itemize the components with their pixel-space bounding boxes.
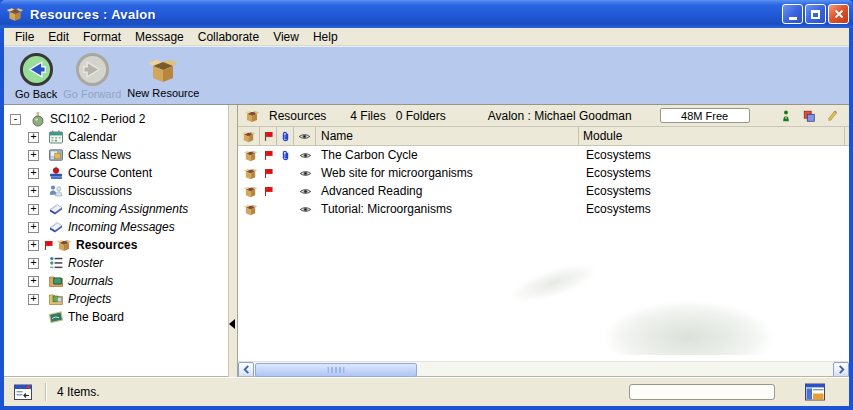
menu-item-collaborate[interactable]: Collaborate	[191, 29, 266, 45]
tree-root-course[interactable]: - SCI102 - Period 2	[4, 110, 228, 128]
person-icon[interactable]	[779, 109, 793, 123]
list-row-carbon-cycle[interactable]: The Carbon Cycle Ecosystems	[238, 146, 849, 164]
tree-item-class-news[interactable]: + Class News	[4, 146, 228, 164]
resource-name: Tutorial: Microorganisms	[316, 202, 582, 216]
file-count: 4 Files	[350, 109, 385, 123]
roster-list-icon	[48, 255, 64, 271]
go-back-label: Go Back	[15, 88, 57, 100]
panel-splitter[interactable]	[228, 105, 238, 377]
expand-icon[interactable]: +	[28, 222, 39, 233]
expand-icon[interactable]: +	[28, 150, 39, 161]
expand-icon[interactable]: +	[28, 258, 39, 269]
window-title: Resources : Avalon	[30, 7, 782, 22]
tree-item-the-board[interactable]: The Board	[4, 308, 228, 326]
tree-item-label: Projects	[68, 292, 111, 306]
column-visibility[interactable]	[294, 127, 316, 145]
copy-pages-icon[interactable]	[802, 109, 816, 123]
column-flag[interactable]	[260, 127, 277, 145]
maximize-button[interactable]	[805, 4, 826, 24]
tree-item-label: Incoming Messages	[68, 220, 175, 234]
menu-item-edit[interactable]: Edit	[41, 29, 76, 45]
menu-item-format[interactable]: Format	[76, 29, 128, 45]
new-resource-button[interactable]: New Resource	[124, 51, 202, 100]
notebook-icon	[48, 219, 64, 235]
minimize-icon	[789, 17, 797, 20]
column-type[interactable]	[238, 127, 260, 145]
tree-item-label: Class News	[68, 148, 131, 162]
expand-icon[interactable]: +	[28, 204, 39, 215]
list-row-tutorial[interactable]: Tutorial: Microorganisms Ecosystems	[238, 200, 849, 218]
toggle-right-panel-icon[interactable]	[805, 383, 825, 401]
eye-icon	[299, 149, 312, 162]
tree-item-label: Resources	[76, 238, 137, 252]
column-attachment[interactable]	[277, 127, 294, 145]
calendar-icon	[48, 129, 64, 145]
resource-module: Ecosystems	[582, 184, 849, 198]
menu-item-view[interactable]: View	[266, 29, 306, 45]
new-resource-label: New Resource	[127, 87, 199, 99]
expand-icon[interactable]: +	[28, 240, 39, 251]
column-module[interactable]: Module	[578, 127, 845, 145]
tree-item-discussions[interactable]: + Discussions	[4, 182, 228, 200]
list-row-advanced-reading[interactable]: Advanced Reading Ecosystems	[238, 182, 849, 200]
tree-item-course-content[interactable]: + Course Content	[4, 164, 228, 182]
go-back-button[interactable]: Go Back	[12, 51, 60, 101]
scroll-left-button[interactable]	[238, 362, 254, 378]
tree-item-calendar[interactable]: + Calendar	[4, 128, 228, 146]
eye-icon	[299, 167, 312, 180]
tree-item-resources[interactable]: + Resources	[4, 236, 228, 254]
chalkboard-icon	[48, 309, 64, 325]
resource-list-panel: Resources 4 Files 0 Folders Avalon : Mic…	[238, 105, 849, 377]
tree-root-label: SCI102 - Period 2	[50, 112, 145, 126]
tree-item-label: Roster	[68, 256, 103, 270]
tree-item-label: Journals	[68, 274, 113, 288]
pencil-icon[interactable]	[825, 109, 839, 123]
tree-item-roster[interactable]: + Roster	[4, 254, 228, 272]
expand-icon[interactable]: +	[28, 132, 39, 143]
menu-item-help[interactable]: Help	[306, 29, 345, 45]
title-bar[interactable]: Resources : Avalon	[0, 0, 853, 28]
column-name[interactable]: Name	[316, 127, 578, 145]
toggle-left-panel-icon[interactable]	[14, 384, 33, 401]
expand-icon[interactable]: +	[28, 186, 39, 197]
notebook-icon	[48, 201, 64, 217]
list-row-web-site[interactable]: Web site for microorganisms Ecosystems	[238, 164, 849, 182]
forward-icon	[75, 52, 110, 87]
eye-icon	[299, 185, 312, 198]
tree-item-incoming-assignments[interactable]: + Incoming Assignments	[4, 200, 228, 218]
minimize-button[interactable]	[782, 4, 803, 24]
resource-box-icon	[243, 148, 258, 163]
expand-icon[interactable]: +	[28, 168, 39, 179]
eye-icon	[298, 130, 311, 143]
scroll-right-button[interactable]	[833, 362, 849, 378]
horizontal-scrollbar[interactable]	[238, 361, 849, 377]
menu-item-file[interactable]: File	[8, 29, 41, 45]
close-button[interactable]	[828, 4, 849, 24]
tree-item-projects[interactable]: + Projects	[4, 290, 228, 308]
resources-box-icon	[56, 237, 72, 253]
chevron-left-icon	[242, 365, 251, 374]
account-name: Avalon : Michael Goodman	[488, 109, 632, 123]
flag-icon	[262, 185, 275, 198]
collapse-expander-icon[interactable]: -	[10, 114, 21, 125]
resource-box-icon	[243, 202, 258, 217]
tree-item-journals[interactable]: + Journals	[4, 272, 228, 290]
toolbar: Go Back Go Forward New Resource	[4, 46, 849, 104]
tree-item-label: Calendar	[68, 130, 117, 144]
tree-item-incoming-messages[interactable]: + Incoming Messages	[4, 218, 228, 236]
collapse-arrow-icon[interactable]	[229, 319, 235, 329]
scrollbar-thumb[interactable]	[255, 363, 417, 377]
free-space-indicator: 48M Free	[660, 108, 750, 123]
chevron-right-icon	[837, 365, 846, 374]
status-separator	[45, 383, 46, 401]
status-bar: 4 Items.	[4, 377, 849, 406]
resource-module: Ecosystems	[582, 202, 849, 216]
flag-icon	[262, 149, 275, 162]
expand-icon[interactable]: +	[28, 294, 39, 305]
menu-item-message[interactable]: Message	[128, 29, 191, 45]
expand-icon[interactable]: +	[28, 276, 39, 287]
go-forward-label: Go Forward	[63, 88, 121, 100]
books-apple-icon	[48, 165, 64, 181]
app-box-icon	[6, 5, 24, 23]
go-forward-button: Go Forward	[60, 51, 124, 101]
